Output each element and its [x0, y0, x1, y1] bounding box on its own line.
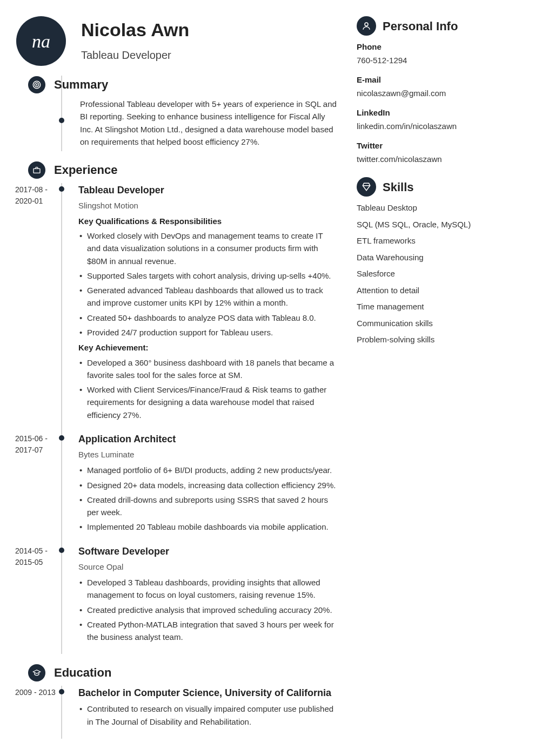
experience-section: Experience 2017-08 - 2020-01Tableau Deve… — [0, 161, 349, 654]
sidebar: Personal Info Phone760-512-1294E-mailnic… — [349, 16, 519, 739]
entry-dates: 2015-06 - 2017-07 — [15, 432, 61, 544]
briefcase-icon — [28, 161, 45, 179]
education-list: 2009 - 2013Bachelor in Computer Science,… — [0, 686, 349, 739]
bullet-list: Managed portfolio of 6+ BI/DI products, … — [78, 464, 338, 533]
timeline-dot — [59, 118, 64, 123]
bullet-item: Worked closely with DevOps and managemen… — [78, 230, 338, 267]
skill-item: Salesforce — [357, 268, 519, 280]
experience-entry: 2014-05 - 2015-05Software DeveloperSourc… — [15, 544, 349, 654]
subheading: Key Qualifications & Responsibilities — [78, 215, 338, 228]
timeline-dot — [59, 435, 64, 441]
timeline-line — [61, 432, 62, 544]
info-list: Phone760-512-1294E-mailnicolaszawn@gmail… — [357, 41, 519, 165]
section-title: Education — [54, 664, 111, 681]
graduation-icon — [28, 664, 45, 681]
entry-dates: 2014-05 - 2015-05 — [15, 544, 61, 654]
info-item: Twittertwitter.com/nicolaszawn — [357, 140, 519, 165]
bullet-item: Created predictive analysis that improve… — [78, 604, 338, 616]
section-header-summary: Summary — [54, 76, 349, 93]
experience-entry: 2017-08 - 2020-01Tableau DeveloperSlings… — [15, 183, 349, 432]
company-name: Slingshot Motion — [78, 200, 338, 212]
svg-point-2 — [36, 84, 37, 85]
summary-section: Summary Professional Tableau developer w… — [0, 76, 349, 151]
bullet-item: Contributed to research on visually impa… — [78, 703, 338, 728]
bullet-item: Worked with Client Services/Finance/Frau… — [78, 383, 338, 421]
bullet-item: Managed portfolio of 6+ BI/DI products, … — [78, 464, 338, 476]
skill-item: Data Warehousing — [357, 252, 519, 264]
timeline-dot — [59, 548, 64, 553]
entry-body: Application ArchitectBytes LuminateManag… — [78, 432, 349, 544]
education-section: Education 2009 - 2013Bachelor in Compute… — [0, 664, 349, 739]
timeline-dot — [59, 186, 64, 192]
timeline-line — [61, 686, 62, 739]
sidebar-header-skills: Skills — [357, 177, 519, 197]
diamond-icon — [357, 177, 376, 197]
skill-item: Time management — [357, 301, 519, 313]
info-value: linkedin.com/in/nicolaszawn — [357, 120, 519, 133]
info-item: E-mailnicolaszawn@gmail.com — [357, 74, 519, 99]
timeline-line — [61, 544, 62, 654]
skills-list: Tableau DesktopSQL (MS SQL, Oracle, MySQ… — [357, 202, 519, 346]
header-text: Nicolas Awn Tableau Developer — [81, 16, 189, 66]
info-label: E-mail — [357, 74, 519, 86]
skill-item: Problem-solving skills — [357, 334, 519, 346]
experience-entry: 2015-06 - 2017-07Application ArchitectBy… — [15, 432, 349, 544]
bullet-item: Implemented 20 Tableau mobile dashboards… — [78, 521, 338, 533]
info-label: Phone — [357, 41, 519, 53]
subheading: Key Achievement: — [78, 342, 338, 354]
job-title: Software Developer — [78, 544, 338, 559]
bullet-item: Created drill-downs and subreports using… — [78, 494, 338, 519]
section-title: Summary — [54, 76, 108, 93]
target-icon — [28, 76, 45, 93]
skills-section: Skills Tableau DesktopSQL (MS SQL, Oracl… — [357, 177, 519, 346]
bullet-item: Designed 20+ data models, increasing dat… — [78, 479, 338, 491]
company-name: Source Opal — [78, 561, 338, 573]
bullet-item: Created Python-MATLAB integration that s… — [78, 618, 338, 644]
bullet-item: Generated advanced Tableau dashboards th… — [78, 284, 338, 309]
experience-list: 2017-08 - 2020-01Tableau DeveloperSlings… — [0, 183, 349, 654]
entry-body: Software DeveloperSource OpalDeveloped 3… — [78, 544, 349, 654]
company-name: Bytes Luminate — [78, 449, 338, 461]
bullet-item: Supported Sales targets with cohort anal… — [78, 269, 338, 282]
main-column: na Nicolas Awn Tableau Developer Summary… — [0, 16, 349, 739]
timeline-dot — [59, 689, 64, 694]
skill-item: Attention to detail — [357, 285, 519, 297]
personal-info-section: Personal Info Phone760-512-1294E-mailnic… — [357, 16, 519, 165]
entry-dates: 2017-08 - 2020-01 — [15, 183, 61, 432]
bullet-item: Developed a 360° business dashboard with… — [78, 356, 338, 382]
resume-page: na Nicolas Awn Tableau Developer Summary… — [0, 16, 519, 739]
avatar: na — [16, 16, 66, 66]
bullet-item: Created 50+ dashboards to analyze POS da… — [78, 312, 338, 324]
bullet-list: Contributed to research on visually impa… — [78, 703, 338, 728]
svg-point-4 — [365, 23, 368, 26]
section-header-education: Education — [54, 664, 349, 681]
sidebar-header-personal: Personal Info — [357, 16, 519, 36]
education-entry: 2009 - 2013Bachelor in Computer Science,… — [15, 686, 349, 739]
sidebar-title: Skills — [383, 178, 413, 196]
info-value: nicolaszawn@gmail.com — [357, 87, 519, 100]
summary-text: Professional Tableau developer with 5+ y… — [80, 98, 349, 151]
job-title: Application Architect — [78, 432, 338, 447]
person-name: Nicolas Awn — [81, 16, 189, 44]
info-value: twitter.com/nicolaszawn — [357, 153, 519, 166]
degree-title: Bachelor in Computer Science, University… — [78, 686, 338, 700]
info-label: LinkedIn — [357, 107, 519, 119]
entry-body: Bachelor in Computer Science, University… — [78, 686, 349, 739]
info-item: LinkedInlinkedin.com/in/nicolaszawn — [357, 107, 519, 132]
person-icon — [357, 16, 376, 36]
bullet-item: Developed 3 Tableau dashboards, providin… — [78, 576, 338, 602]
skill-item: Tableau Desktop — [357, 202, 519, 214]
bullet-item: Provided 24/7 production support for Tab… — [78, 326, 338, 339]
sidebar-title: Personal Info — [383, 17, 458, 35]
header: na Nicolas Awn Tableau Developer — [0, 16, 349, 66]
bullet-list: Developed a 360° business dashboard with… — [78, 356, 338, 421]
info-label: Twitter — [357, 140, 519, 152]
skill-item: SQL (MS SQL, Oracle, MySQL) — [357, 219, 519, 231]
entry-body: Tableau DeveloperSlingshot MotionKey Qua… — [78, 183, 349, 432]
person-title: Tableau Developer — [81, 47, 189, 63]
job-title: Tableau Developer — [78, 183, 338, 198]
info-item: Phone760-512-1294 — [357, 41, 519, 66]
bullet-list: Developed 3 Tableau dashboards, providin… — [78, 576, 338, 643]
timeline-line — [61, 183, 62, 432]
info-value: 760-512-1294 — [357, 55, 519, 67]
